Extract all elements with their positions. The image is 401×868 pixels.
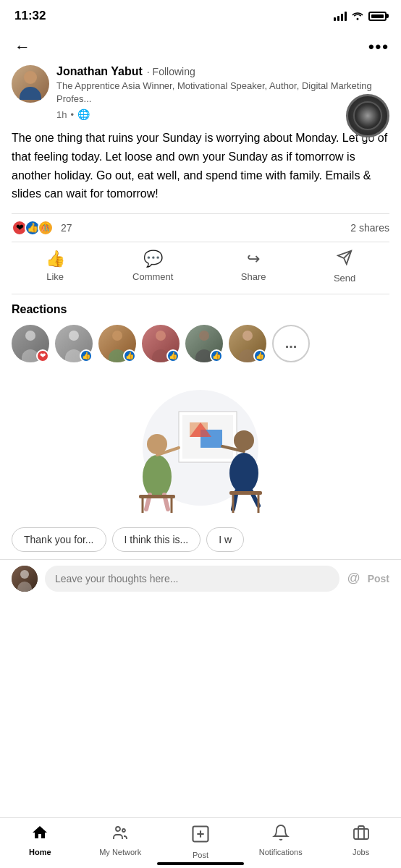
network-icon xyxy=(111,824,129,846)
jobs-icon xyxy=(353,824,370,846)
comment-icon: 💬 xyxy=(143,250,163,268)
comment-input-row: @ Post xyxy=(0,559,401,599)
comment-input-field[interactable] xyxy=(45,566,339,592)
more-reactions-button[interactable]: ... xyxy=(272,325,310,362)
suggestion-chip-2[interactable]: I think this is... xyxy=(112,527,201,552)
author-info: Jonathan Yabut · Following The Apprentic… xyxy=(56,65,389,120)
post-label: Post xyxy=(193,851,208,859)
like-badge-3: 👍 xyxy=(123,349,136,362)
like-badge-2: 👍 xyxy=(80,349,93,362)
reactions-title: Reactions xyxy=(12,303,389,316)
like-icon: 👍 xyxy=(46,250,65,268)
celebrate-emoji: 🎊 xyxy=(38,220,54,236)
reaction-avatar-1[interactable]: ❤ xyxy=(12,325,49,362)
more-button[interactable]: ••• xyxy=(368,38,389,56)
author-name[interactable]: Jonathan Yabut xyxy=(56,65,143,78)
svg-rect-21 xyxy=(229,491,262,495)
author-title: The Apprentice Asia Winner, Motivational… xyxy=(56,80,389,106)
reactions-avatars: ❤ 👍 👍 xyxy=(12,325,389,362)
jobs-label: Jobs xyxy=(353,848,369,856)
comment-suggestions: Thank you for... I think this is... I w xyxy=(0,520,401,559)
comment-button[interactable]: 💬 Comment xyxy=(124,245,182,288)
camera-inner xyxy=(353,101,382,130)
reaction-emojis[interactable]: ❤ 👍 🎊 27 xyxy=(12,220,72,236)
post-icon xyxy=(190,824,211,848)
suggestion-chip-1[interactable]: Thank you for... xyxy=(12,527,106,552)
home-indicator xyxy=(157,859,244,865)
reactions-summary: ❤ 👍 🎊 27 2 shares xyxy=(12,213,389,242)
comment-label: Comment xyxy=(132,271,173,282)
reaction-avatar-3[interactable]: 👍 xyxy=(98,325,136,362)
nav-jobs[interactable]: Jobs xyxy=(339,824,383,859)
svg-point-9 xyxy=(143,455,172,498)
author-avatar[interactable] xyxy=(12,65,49,103)
svg-point-24 xyxy=(116,827,120,831)
post-time: 1h xyxy=(56,109,67,120)
svg-point-25 xyxy=(122,829,125,832)
reaction-avatar-4[interactable]: 👍 xyxy=(142,325,180,362)
nav-my-network[interactable]: My Network xyxy=(98,824,142,859)
like-label: Like xyxy=(46,271,64,282)
at-mention-button[interactable]: @ xyxy=(347,571,360,586)
post-text: The one thing that ruins your Sunday is … xyxy=(12,129,389,203)
author-meta: 1h • 🌐 xyxy=(56,109,389,120)
nav-notifications[interactable]: Notifications xyxy=(259,824,303,859)
share-label: Share xyxy=(241,271,266,282)
nav-post[interactable]: Post xyxy=(179,824,222,859)
following-label: · Following xyxy=(147,66,195,77)
send-label: Send xyxy=(334,273,355,284)
shares-count[interactable]: 2 shares xyxy=(350,222,389,234)
action-buttons: 👍 Like 💬 Comment ↪ Share Send xyxy=(12,242,389,294)
globe-icon: 🌐 xyxy=(77,109,90,120)
like-button[interactable]: 👍 Like xyxy=(37,245,74,288)
camera-button[interactable] xyxy=(346,94,389,137)
home-label: Home xyxy=(29,848,51,856)
reactions-section: Reactions ❤ 👍 xyxy=(0,294,401,368)
network-label: My Network xyxy=(99,848,141,856)
like-badge-5: 👍 xyxy=(210,349,223,362)
send-icon xyxy=(337,250,353,270)
nav-home[interactable]: Home xyxy=(18,824,62,859)
reaction-avatar-6[interactable]: 👍 xyxy=(229,325,266,362)
notifications-label: Notifications xyxy=(259,848,303,856)
reaction-avatar-5[interactable]: 👍 xyxy=(185,325,223,362)
status-bar: 11:32 xyxy=(0,0,401,29)
signal-icon xyxy=(334,11,347,21)
svg-rect-29 xyxy=(354,829,368,839)
share-icon: ↪ xyxy=(247,250,260,268)
status-time: 11:32 xyxy=(14,9,46,23)
nav-bar: ← ••• xyxy=(0,29,401,65)
home-icon xyxy=(31,824,48,846)
suggestion-chip-3[interactable]: I w xyxy=(206,527,244,552)
status-icons xyxy=(334,10,387,22)
post-illustration xyxy=(99,383,302,513)
share-button[interactable]: ↪ Share xyxy=(232,245,275,288)
reaction-count: 27 xyxy=(61,222,72,234)
emoji-icons: ❤ 👍 🎊 xyxy=(12,220,54,236)
like-badge-6: 👍 xyxy=(253,349,266,362)
send-button[interactable]: Send xyxy=(325,245,364,288)
reaction-avatar-2[interactable]: 👍 xyxy=(55,325,93,362)
post-container: Jonathan Yabut · Following The Apprentic… xyxy=(0,65,401,294)
illustration-area xyxy=(0,368,401,520)
dot-separator: • xyxy=(70,109,74,120)
like-badge-4: 👍 xyxy=(166,349,180,362)
author-section: Jonathan Yabut · Following The Apprentic… xyxy=(12,65,389,120)
notifications-icon xyxy=(272,824,290,846)
commenter-avatar xyxy=(12,566,38,592)
battery-icon xyxy=(368,12,387,21)
post-comment-button[interactable]: Post xyxy=(368,573,389,584)
svg-point-16 xyxy=(234,430,254,451)
heart-badge: ❤ xyxy=(36,349,49,362)
wifi-icon xyxy=(351,10,364,22)
author-name-row: Jonathan Yabut · Following xyxy=(56,65,389,78)
svg-rect-13 xyxy=(139,495,175,498)
svg-point-17 xyxy=(229,453,258,493)
back-button[interactable]: ← xyxy=(12,35,33,59)
